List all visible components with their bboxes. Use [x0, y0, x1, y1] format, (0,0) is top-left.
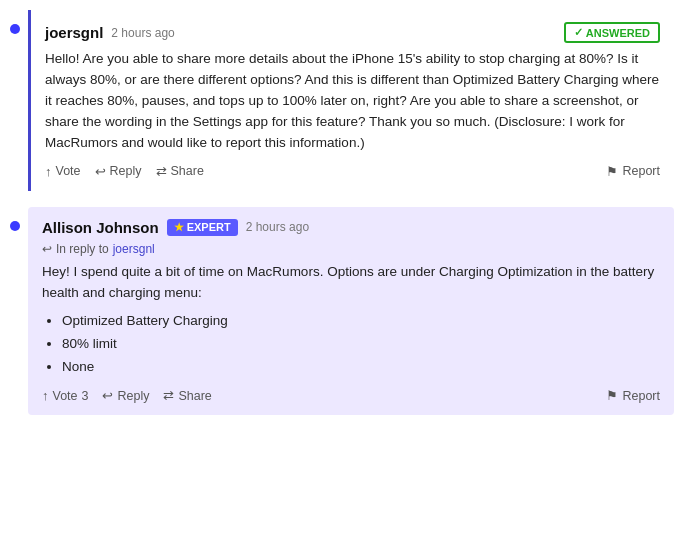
answered-badge: ✓ ANSWERED [564, 22, 660, 43]
report-button-1[interactable]: ⚑ Report [606, 164, 660, 179]
comment-list-2: Optimized Battery Charging 80% limit Non… [62, 311, 660, 378]
comment-header-1: joersgnl 2 hours ago ✓ ANSWERED [45, 22, 660, 43]
reply-button-2[interactable]: ↩ Reply [102, 388, 149, 403]
comment-body-2: Hey! I spend quite a bit of time on MacR… [42, 262, 660, 379]
comment-thread: joersgnl 2 hours ago ✓ ANSWERED Hello! A… [10, 10, 674, 415]
report-button-2[interactable]: ⚑ Report [606, 388, 660, 403]
report-label-1: Report [622, 164, 660, 178]
comment-header-left-2: Allison Johnson ★ EXPERT 2 hours ago [42, 219, 309, 236]
comment-text-2: Hey! I spend quite a bit of time on MacR… [42, 264, 654, 300]
username-1: joersgnl [45, 24, 103, 41]
comment-header-left-1: joersgnl 2 hours ago [45, 24, 175, 41]
share-icon-1: ⇄ [156, 164, 167, 179]
reply-button-1[interactable]: ↩ Reply [95, 164, 142, 179]
share-label-1: Share [171, 164, 204, 178]
comment-body-1: Hello! Are you able to share more detail… [45, 49, 660, 154]
comment-text-1: Hello! Are you able to share more detail… [45, 51, 659, 150]
dot-indicator-2 [10, 221, 20, 231]
reply-label-1: Reply [110, 164, 142, 178]
list-item-2: 80% limit [62, 334, 660, 355]
comment-wrapper-1: joersgnl 2 hours ago ✓ ANSWERED Hello! A… [10, 10, 674, 191]
timestamp-1: 2 hours ago [111, 26, 174, 40]
reply-icon-2: ↩ [102, 388, 113, 403]
share-icon-2: ⇄ [163, 388, 174, 403]
comment-card-2: Allison Johnson ★ EXPERT 2 hours ago ↩ I… [28, 207, 674, 416]
vote-count-2: 3 [82, 389, 89, 403]
upvote-icon-1: ↑ [45, 164, 52, 179]
upvote-icon-2: ↑ [42, 388, 49, 403]
expert-badge: ★ EXPERT [167, 219, 238, 236]
vote-button-1[interactable]: ↑ Vote [45, 164, 81, 179]
check-icon: ✓ [574, 26, 583, 39]
comment-actions-2: ↑ Vote 3 ↩ Reply ⇄ Share ⚑ Report [42, 388, 660, 403]
reply-icon-1: ↩ [95, 164, 106, 179]
reply-label-2: Reply [117, 389, 149, 403]
vote-button-2[interactable]: ↑ Vote 3 [42, 388, 88, 403]
timestamp-2: 2 hours ago [246, 220, 309, 234]
expert-label: EXPERT [187, 221, 231, 233]
reply-to-username: joersgnl [113, 242, 155, 256]
share-label-2: Share [178, 389, 211, 403]
reply-thread-icon: ↩ [42, 242, 52, 256]
in-reply-to-2: ↩ In reply to joersgnl [42, 242, 660, 256]
report-icon-1: ⚑ [606, 164, 618, 179]
vote-label-1: Vote [56, 164, 81, 178]
dot-indicator-1 [10, 24, 20, 34]
username-2: Allison Johnson [42, 219, 159, 236]
comment-actions-1: ↑ Vote ↩ Reply ⇄ Share ⚑ Report [45, 164, 660, 179]
comment-card-1: joersgnl 2 hours ago ✓ ANSWERED Hello! A… [28, 10, 674, 191]
share-button-1[interactable]: ⇄ Share [156, 164, 204, 179]
comment-wrapper-2: Allison Johnson ★ EXPERT 2 hours ago ↩ I… [10, 207, 674, 416]
report-icon-2: ⚑ [606, 388, 618, 403]
in-reply-to-label: In reply to [56, 242, 109, 256]
star-icon: ★ [174, 221, 184, 234]
list-item-3: None [62, 357, 660, 378]
answered-label: ANSWERED [586, 27, 650, 39]
vote-label-2: Vote [53, 389, 78, 403]
report-label-2: Report [622, 389, 660, 403]
share-button-2[interactable]: ⇄ Share [163, 388, 211, 403]
list-item-1: Optimized Battery Charging [62, 311, 660, 332]
comment-header-2: Allison Johnson ★ EXPERT 2 hours ago [42, 219, 660, 236]
